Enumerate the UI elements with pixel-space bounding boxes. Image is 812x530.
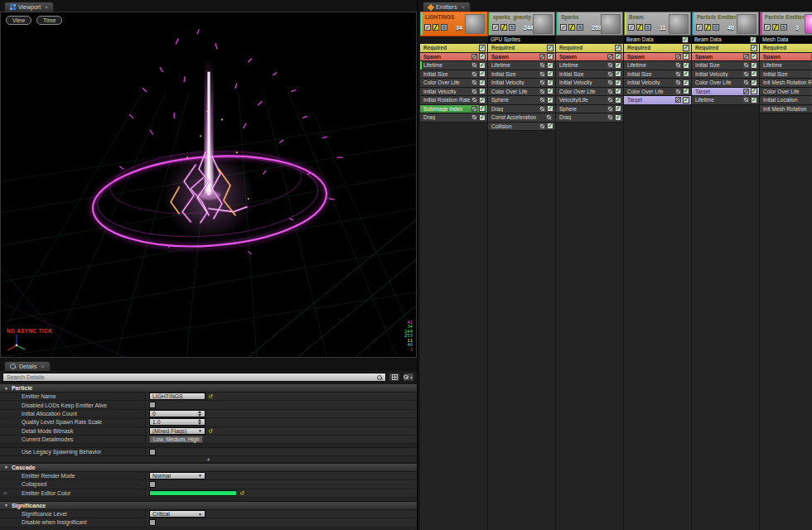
module-enabled-checkbox[interactable]: ✓ <box>683 70 689 77</box>
module-row[interactable]: Initial Velocity✓ <box>556 79 623 88</box>
reset-to-default-icon[interactable]: ↺ <box>208 393 213 399</box>
emitter-enabled-checkbox[interactable]: ✓ <box>492 24 499 31</box>
module-enabled-checkbox[interactable]: ✓ <box>683 62 689 69</box>
curve-icon[interactable] <box>471 106 477 112</box>
curve-icon[interactable] <box>539 71 545 77</box>
module-enabled-checkbox[interactable]: ✓ <box>751 88 757 94</box>
view-button[interactable]: View <box>6 16 31 25</box>
checkbox[interactable] <box>149 519 156 526</box>
module-enabled-checkbox[interactable]: ✓ <box>547 70 553 77</box>
curve-icon[interactable] <box>607 106 613 112</box>
module-enabled-checkbox[interactable]: ✓ <box>547 123 553 129</box>
text-input[interactable]: LIGHTINGS <box>149 393 205 400</box>
module-enabled-checkbox[interactable]: ✓ <box>479 105 486 112</box>
curve-icon[interactable] <box>471 71 477 77</box>
type-data-checkbox[interactable]: ✓ <box>750 36 756 43</box>
solo-button[interactable]: S <box>577 24 583 31</box>
module-enabled-checkbox[interactable]: ✓ <box>615 62 621 69</box>
module-enabled-checkbox[interactable]: ✓ <box>751 70 757 77</box>
curve-icon[interactable] <box>743 89 749 94</box>
curve-icon[interactable] <box>675 54 681 60</box>
module-enabled-checkbox[interactable]: ✓ <box>751 80 757 86</box>
module-row[interactable]: Lifetime✓ <box>624 61 691 70</box>
curve-icon[interactable] <box>539 54 545 60</box>
module-row[interactable]: Initial Velocity✓ <box>488 79 555 88</box>
emitter-header[interactable]: Particle Emitter✓S40 <box>692 12 759 36</box>
module-enabled-checkbox[interactable]: ✓ <box>615 45 621 51</box>
checkbox[interactable] <box>149 481 156 488</box>
dropdown-select[interactable]: Normal▼ <box>149 472 205 479</box>
emitter-header[interactable]: Beam✓S11 <box>624 12 691 36</box>
module-row[interactable]: Init Mesh Rotation Rate✓ <box>760 79 812 88</box>
module-row[interactable]: Target✓ <box>692 88 759 97</box>
module-enabled-checkbox[interactable]: ✓ <box>479 97 486 104</box>
checkbox[interactable] <box>149 449 156 455</box>
module-row[interactable]: Drag✓ <box>420 113 487 123</box>
curve-icon[interactable] <box>471 89 477 94</box>
module-row[interactable]: Drag✓ <box>488 105 555 114</box>
dropdown-select[interactable]: (Mixed Flags)▼ <box>149 427 205 435</box>
module-row[interactable]: Required✓ <box>760 44 812 53</box>
close-icon[interactable]: × <box>41 364 44 369</box>
module-row[interactable]: Initial Size✓ <box>488 70 555 80</box>
module-enabled-checkbox[interactable]: ✓ <box>547 97 553 104</box>
module-enabled-checkbox[interactable]: ✓ <box>615 88 621 94</box>
module-enabled-checkbox[interactable]: ✓ <box>547 105 553 112</box>
module-row[interactable]: Sphere✓ <box>556 105 623 114</box>
spinner-icon[interactable] <box>197 419 202 425</box>
module-row[interactable]: Lifetime✓ <box>692 96 759 105</box>
module-row[interactable]: Color Over Life✓ <box>624 88 691 97</box>
curve-icon[interactable] <box>539 123 545 129</box>
curve-icon[interactable] <box>743 62 749 68</box>
module-row[interactable]: Lifetime✓ <box>760 61 812 70</box>
module-row[interactable]: Required✓ <box>488 44 555 53</box>
curve-icon[interactable] <box>539 89 545 94</box>
curve-icon[interactable] <box>607 62 613 68</box>
section-header-particle[interactable]: ▼Particle <box>0 383 417 393</box>
property-matrix-button[interactable] <box>389 373 400 382</box>
module-enabled-checkbox[interactable]: ✓ <box>751 97 757 104</box>
module-enabled-checkbox[interactable]: ✓ <box>683 97 689 104</box>
module-enabled-checkbox[interactable]: ✓ <box>751 53 757 60</box>
curve-icon[interactable] <box>607 71 613 77</box>
solo-button[interactable]: S <box>713 24 719 31</box>
type-data-row[interactable]: GPU Sprites <box>488 36 555 44</box>
emitter-enabled-checkbox[interactable]: ✓ <box>560 24 567 31</box>
solo-button[interactable]: S <box>509 24 515 31</box>
type-data-row[interactable]: Mesh Data✓ <box>760 36 812 44</box>
curve-icon[interactable] <box>539 106 545 112</box>
numeric-input[interactable]: 0 <box>149 410 205 417</box>
module-enabled-checkbox[interactable]: ✓ <box>615 105 621 112</box>
module-enabled-checkbox[interactable]: ✓ <box>751 62 757 69</box>
module-enabled-checkbox[interactable]: ✓ <box>615 80 621 86</box>
section-header-significance[interactable]: ▼Significance <box>0 501 417 510</box>
curve-icon[interactable] <box>539 97 545 103</box>
module-enabled-checkbox[interactable]: ✓ <box>479 45 486 51</box>
module-row[interactable]: Initial Velocity✓ <box>692 70 759 80</box>
curve-icon[interactable] <box>743 97 749 103</box>
curve-icon[interactable] <box>607 97 613 103</box>
module-enabled-checkbox[interactable]: ✓ <box>683 53 689 60</box>
module-enabled-checkbox[interactable]: ✓ <box>479 62 486 69</box>
curve-icon[interactable] <box>471 62 477 68</box>
module-row[interactable]: Required✓ <box>556 44 623 53</box>
close-icon[interactable]: × <box>462 4 465 10</box>
module-row[interactable]: Lifetime✓ <box>488 61 555 70</box>
module-enabled-checkbox[interactable]: ✓ <box>615 70 621 77</box>
curve-icon[interactable] <box>743 80 749 85</box>
module-row[interactable]: Spawn✓ <box>760 53 812 62</box>
module-enabled-checkbox[interactable]: ✓ <box>479 80 486 86</box>
curve-icon[interactable] <box>539 62 545 68</box>
module-row[interactable]: Initial Size✓ <box>556 70 623 80</box>
module-row[interactable]: Required✓ <box>420 44 487 53</box>
module-enabled-checkbox[interactable]: ✓ <box>751 45 757 51</box>
reset-to-default-icon[interactable]: ↺ <box>208 428 213 434</box>
module-enabled-checkbox[interactable]: ✓ <box>547 62 553 69</box>
module-row[interactable]: Spawn✓ <box>488 53 555 62</box>
module-row[interactable]: Initial Size✓ <box>760 70 812 80</box>
module-row[interactable]: Initial Size✓ <box>420 70 487 80</box>
emitter-header[interactable]: Particle Emitter✓S3 <box>760 12 812 36</box>
view-options-button[interactable]: ▼ <box>403 373 414 382</box>
emitter-enabled-checkbox[interactable]: ✓ <box>424 24 431 31</box>
curve-icon[interactable] <box>607 89 613 94</box>
